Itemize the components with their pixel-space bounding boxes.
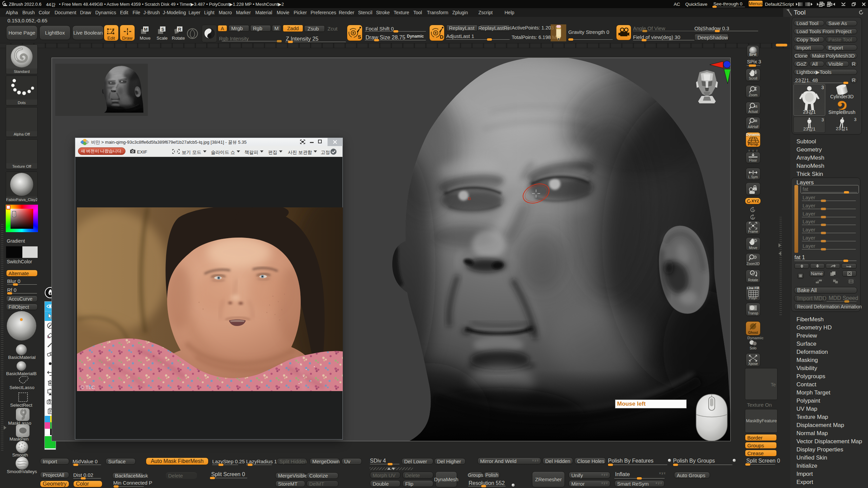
mask-geometry-button[interactable]: Geometry — [40, 481, 69, 487]
polish-features-handle[interactable] — [608, 464, 613, 466]
crease-border-button[interactable]: Border — [745, 434, 777, 441]
layer-intensity-slider[interactable] — [802, 249, 856, 249]
shelf-tray-divider[interactable] — [0, 43, 868, 48]
layers-scrollbar[interactable] — [794, 185, 798, 253]
prev-document-icon[interactable] — [817, 2, 825, 7]
tool-section-deformation[interactable]: Deformation — [796, 349, 828, 355]
tool-section-export[interactable]: Export — [796, 479, 813, 486]
local-symmetry-button[interactable]: L.Sym — [746, 168, 761, 180]
menu-picker[interactable]: Picker — [294, 10, 307, 15]
menus-toggle[interactable]: Menus — [749, 1, 763, 6]
layer-intensity-slider[interactable] — [802, 241, 856, 241]
goz-visible-button[interactable]: Visible — [826, 61, 849, 67]
focal-shift-label[interactable]: Focal Shift 0 — [366, 26, 394, 32]
perspective-button[interactable]: Dynamic Persp — [746, 132, 761, 147]
edit-mode-button[interactable]: Edit — [104, 25, 119, 41]
viewer-maximize-icon[interactable] — [318, 140, 322, 143]
mdd-speed-handle[interactable] — [844, 300, 849, 303]
pin-toggle[interactable]: 고정 — [321, 149, 330, 156]
tray-resize-handle[interactable] — [776, 44, 787, 46]
tool-thumb-2[interactable]: 3 23강1 — [793, 117, 825, 133]
storemt-button[interactable]: StoreMT — [275, 481, 305, 487]
layer-copy-button[interactable] — [828, 270, 838, 277]
lightbox-tools-button[interactable]: Lightbox▶Tools — [794, 69, 857, 75]
mask-surface-button[interactable]: Surface — [105, 458, 136, 465]
copy-tool-button[interactable]: Copy Tool — [794, 37, 824, 42]
inflate-slider[interactable] — [614, 478, 665, 479]
menu-brush[interactable]: Brush — [22, 10, 35, 15]
photo-archive-menu[interactable]: 사진 보관함 — [288, 149, 317, 156]
quicksave-button[interactable]: QuickSave — [685, 2, 707, 7]
polish-groups-handle[interactable] — [673, 464, 678, 466]
aahalf-button[interactable]: AAHalf — [746, 117, 761, 130]
menu-dynamics[interactable]: Dynamics — [95, 10, 116, 15]
layer-row[interactable]: Layer — [801, 194, 856, 201]
slideshow-menu[interactable]: 슬라이드 쇼 — [211, 149, 240, 156]
double-button[interactable]: Double — [370, 480, 400, 487]
image-viewer-window[interactable]: 비만 > main-qimg-93c3c8ffe6d5fa389f679ef1b… — [75, 138, 343, 440]
layer-row[interactable]: Layer — [801, 202, 856, 209]
color-magenta[interactable] — [45, 422, 50, 429]
dynamic-draw-size-label[interactable]: Dynamic — [407, 34, 424, 39]
axis-y-arrow[interactable] — [724, 69, 731, 84]
dynamesh-polish-button[interactable]: Polish — [484, 472, 500, 479]
move-mode-button[interactable]: M Move — [138, 26, 152, 40]
menu-layer[interactable]: Layer — [189, 10, 200, 15]
field-of-view-slider[interactable] — [633, 40, 694, 40]
select-rect-icon[interactable] — [18, 392, 28, 403]
min-connected-handle[interactable] — [114, 485, 119, 488]
menu-file[interactable]: File — [133, 10, 140, 15]
current-brush-item[interactable]: Standard — [6, 44, 38, 74]
mask-import-button[interactable]: Import — [40, 458, 69, 465]
rotate-z-icon[interactable]: z — [749, 214, 756, 221]
sdiv-down-arrow[interactable] — [392, 468, 395, 470]
left-tray-expand-arrow[interactable] — [4, 426, 8, 430]
tool-section-nanomesh[interactable]: NanoMesh — [796, 163, 824, 169]
defaultzscript-button[interactable]: DefaultZScript — [765, 2, 794, 7]
alternate-button[interactable]: Alternate — [6, 270, 38, 277]
lazystep-slider[interactable] — [212, 465, 238, 465]
load-tool-button[interactable]: Load Tool — [794, 20, 824, 26]
bpr-render-button[interactable]: BPR — [747, 45, 759, 58]
close-window-icon[interactable] — [862, 2, 866, 6]
layer-row[interactable]: Layer — [801, 210, 856, 218]
rgb-intensity-handle[interactable] — [277, 40, 282, 42]
draw-mode-button[interactable]: Draw — [120, 25, 135, 41]
polish-features-slider[interactable] — [608, 465, 667, 465]
tool-section-contact[interactable]: Contact — [796, 381, 816, 388]
minimize-icon[interactable] — [841, 2, 846, 6]
menu-material[interactable]: Material — [255, 10, 272, 15]
alpha-channel-button[interactable]: A — [218, 25, 227, 32]
menu-zscript[interactable]: Zscript — [478, 10, 493, 15]
menu-tool[interactable]: Tool — [413, 10, 422, 15]
sdiv-spinner-strip[interactable] — [370, 467, 413, 470]
rgb-button[interactable]: Rgb — [250, 25, 271, 32]
adjust-last-label[interactable]: AdjustLast 1 — [446, 33, 474, 39]
actual-size-button[interactable]: x1 Actual — [746, 102, 761, 115]
current-texture-item[interactable]: Texture Off — [6, 139, 38, 169]
replay-last-rel-button[interactable]: ReplayLastRel — [480, 25, 510, 31]
spix-label[interactable]: SPix 3 — [747, 59, 761, 64]
resolution-label[interactable]: Resolution 552 — [469, 480, 505, 486]
save-as-button[interactable]: Save As — [826, 20, 857, 26]
focal-shift-slider[interactable] — [365, 31, 426, 32]
tool-section-morph-target[interactable]: Morph Target — [796, 389, 830, 396]
simplebrush-tool-thumb[interactable]: SimpleBrush — [826, 100, 857, 115]
mask-color-button[interactable]: Color — [73, 481, 102, 487]
restore-window-icon[interactable] — [852, 2, 856, 6]
move-canvas-button[interactable]: Move — [746, 237, 761, 251]
layer-intensity-slider[interactable] — [802, 201, 856, 201]
next-document-icon[interactable] — [827, 2, 835, 7]
layer-delete-button[interactable] — [842, 270, 856, 277]
menu-zplugin[interactable]: Zplugin — [452, 10, 468, 15]
resolution-dot[interactable] — [512, 484, 515, 487]
tool-section-displacement-map[interactable]: Displacement Map — [796, 422, 844, 429]
texture-preview-box[interactable]: Te — [745, 368, 777, 400]
auto-groups-button[interactable]: Auto Groups — [674, 472, 710, 479]
axis-gizmo[interactable] — [710, 60, 731, 85]
dynamesh-button[interactable]: DynaMesh — [435, 471, 457, 487]
tool-section-normal-map[interactable]: Normal Map — [796, 430, 828, 437]
mask-pen-thumb[interactable] — [16, 424, 29, 437]
field-of-view-handle[interactable] — [642, 39, 647, 41]
zadd-button[interactable]: Zadd — [283, 25, 303, 32]
